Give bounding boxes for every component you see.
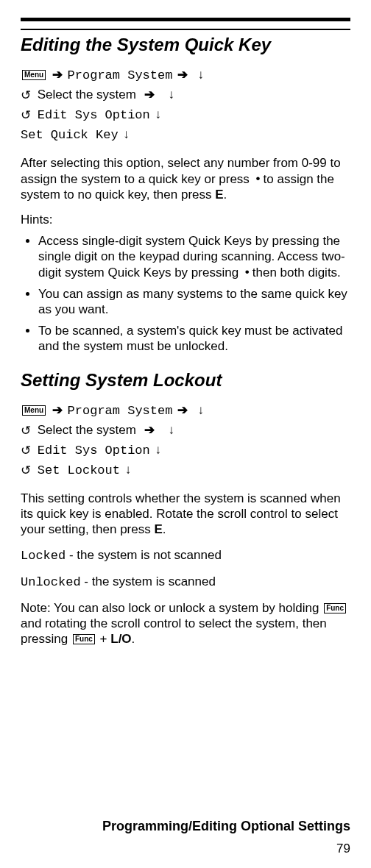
note-paragraph: Note: You can also lock or unlock a syst… xyxy=(21,600,350,647)
rotate-icon: ↺ xyxy=(21,461,31,480)
unlocked-label: Unlocked xyxy=(21,575,81,589)
heading-editing-quick-key: Editing the System Quick Key xyxy=(21,35,350,55)
key-e: E xyxy=(154,522,162,536)
right-arrow-icon: ➔ xyxy=(143,423,156,437)
list-item: To be scanned, a system's quick key must… xyxy=(38,323,350,354)
option-locked: Locked - the system is not scanned xyxy=(21,547,350,563)
right-arrow-icon: ➔ xyxy=(51,68,64,82)
top-rule-thin xyxy=(21,29,350,30)
down-arrow-icon: ↓ xyxy=(154,443,163,457)
body-paragraph-1: After selecting this option, select any … xyxy=(21,155,350,202)
nav-program-system-2: Program System xyxy=(68,404,173,418)
hints-label: Hints: xyxy=(21,213,350,227)
top-rule-thick xyxy=(21,18,350,21)
body-paragraph-2: This setting controls whether the system… xyxy=(21,491,350,537)
right-arrow-icon: ➔ xyxy=(176,68,189,82)
nav-select-system: Select the system xyxy=(38,88,136,102)
func-key-icon: Func xyxy=(324,603,346,613)
nav-line-1: Menu ➔ Program System ➔ ↓ ↺ Select the s… xyxy=(21,65,350,145)
option-unlocked: Unlocked - the system is scanned xyxy=(21,574,350,590)
menu-key-icon: Menu xyxy=(22,405,46,416)
nav-edit-sys-option: Edit Sys Option xyxy=(38,108,150,122)
key-e: E xyxy=(215,188,223,202)
nav-program-system: Program System xyxy=(68,68,173,82)
right-arrow-icon: ➔ xyxy=(143,88,156,102)
down-arrow-icon: ↓ xyxy=(197,68,206,82)
list-item: You can assign as many systems to the sa… xyxy=(38,286,350,317)
heading-setting-lockout: Setting System Lockout xyxy=(21,370,350,391)
menu-key-icon: Menu xyxy=(22,70,46,80)
right-arrow-icon: ➔ xyxy=(176,403,189,417)
dot-icon: • xyxy=(253,171,264,185)
nav-set-lockout: Set Lockout xyxy=(38,463,120,477)
nav-set-quick-key: Set Quick Key xyxy=(21,128,119,142)
document-page: Editing the System Quick Key Menu ➔ Prog… xyxy=(0,0,371,647)
key-lo: L/O xyxy=(110,632,131,646)
down-arrow-icon: ↓ xyxy=(197,403,206,417)
down-arrow-icon: ↓ xyxy=(167,88,177,102)
rotate-icon: ↺ xyxy=(21,86,31,105)
rotate-icon: ↺ xyxy=(21,421,31,441)
hints-list: Access single-digit system Quick Keys by… xyxy=(21,233,350,354)
page-number: 79 xyxy=(336,842,350,856)
down-arrow-icon: ↓ xyxy=(121,127,131,141)
rotate-icon: ↺ xyxy=(21,441,31,460)
nav-edit-sys-option-2: Edit Sys Option xyxy=(38,444,150,458)
footer-section-title: Programming/Editing Optional Settings xyxy=(102,819,350,834)
dot-icon: • xyxy=(242,265,252,279)
nav-line-2: Menu ➔ Program System ➔ ↓ ↺ Select the s… xyxy=(21,401,350,480)
func-key-icon: Func xyxy=(73,634,95,644)
right-arrow-icon: ➔ xyxy=(51,403,64,417)
nav-select-system-2: Select the system xyxy=(38,423,136,437)
down-arrow-icon: ↓ xyxy=(167,423,177,437)
list-item: Access single-digit system Quick Keys by… xyxy=(38,233,350,280)
rotate-icon: ↺ xyxy=(21,106,31,125)
down-arrow-icon: ↓ xyxy=(124,463,133,477)
down-arrow-icon: ↓ xyxy=(154,107,163,121)
locked-label: Locked xyxy=(21,549,66,563)
